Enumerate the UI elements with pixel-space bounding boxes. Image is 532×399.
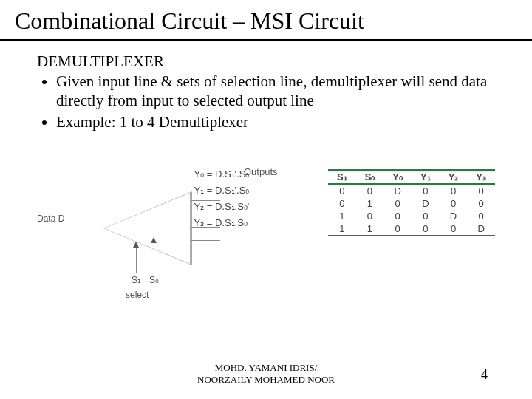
select-label: select [126,290,149,300]
output-line [191,227,220,228]
section-heading: DEMULTIPLEXER [37,52,495,71]
table-cell: 0 [383,197,412,210]
table-cell: 0 [328,184,356,197]
demux-diagram: Data D demux S₁ S₀ select [37,147,188,310]
footer-line1: MOHD. YAMANI IDRIS/ [215,362,318,373]
table-cell: 0 [383,210,412,222]
select-s0-label: S₀ [149,275,159,285]
select-s1-label: S₁ [132,275,141,285]
table-row: 0 0 D 0 0 0 [328,184,495,197]
select-line [154,242,154,273]
equation-y2: Y₂ = D.S₁.S₀' [194,199,315,215]
arrow-up-icon [133,242,139,248]
output-line [191,240,220,241]
equation-y3: Y₃ = D.S₁.S₀ [194,215,315,231]
footer-line2: NOORZAILY MOHAMED NOOR [197,374,335,385]
output-line [191,214,220,214]
slide-title: Combinational Circuit – MSI Circuit [0,0,532,41]
table-header: Y₂ [440,170,468,184]
table-cell: 0 [440,222,468,236]
table-cell: 1 [328,222,356,236]
list-item: Given input line & sets of selection lin… [56,72,495,110]
equation-y1: Y₁ = D.S₁'.S₀ [194,183,315,199]
table-cell: 1 [356,197,384,210]
table-cell: 0 [383,222,412,236]
table-header-row: S₁ S₀ Y₀ Y₁ Y₂ Y₃ [328,170,495,184]
table-row: 1 0 0 0 D 0 [328,210,495,222]
input-label: Data D [37,214,64,224]
select-line [136,246,137,273]
table-cell: 0 [412,210,440,222]
page-number: 4 [481,367,488,383]
list-item: Example: 1 to 4 Demultiplexer [56,113,495,132]
table-cell: 1 [356,222,384,236]
table-cell: D [467,222,495,236]
output-equations: Y₀ = D.S₁'.S₀' Y₁ = D.S₁'.S₀ Y₂ = D.S₁.S… [194,147,315,231]
table-cell: 0 [467,210,495,222]
table-cell: 0 [412,222,440,236]
table-header: Y₀ [383,170,412,184]
table-cell: 1 [328,210,356,222]
table-cell: 0 [356,184,384,197]
outputs-label: Outputs [244,166,278,177]
table-cell: 0 [467,197,495,210]
table-cell: 0 [467,184,495,197]
table-cell: D [412,197,440,210]
table-cell: 0 [440,184,468,197]
table-cell: 0 [356,210,384,222]
table-cell: 0 [440,197,468,210]
input-line [69,219,105,219]
table-header: S₀ [356,170,384,184]
table-header: Y₃ [467,170,495,184]
bullet-list: Given input line & sets of selection lin… [37,72,495,132]
table-cell: 0 [412,184,440,197]
arrow-up-icon [151,237,157,243]
table-cell: D [383,184,412,197]
table-cell: 0 [328,197,356,210]
table-header: S₁ [328,170,356,184]
table-row: 1 1 0 0 0 D [328,222,495,236]
slide-body: DEMULTIPLEXER Given input line & sets of… [0,41,532,310]
output-line [191,200,220,201]
table-header: Y₁ [412,170,440,184]
table-row: 0 1 0 D 0 0 [328,197,495,210]
slide-footer: MOHD. YAMANI IDRIS/ NOORZAILY MOHAMED NO… [0,362,532,386]
table-cell: D [440,210,468,222]
truth-table: S₁ S₀ Y₀ Y₁ Y₂ Y₃ 0 0 D 0 0 0 [328,169,495,236]
